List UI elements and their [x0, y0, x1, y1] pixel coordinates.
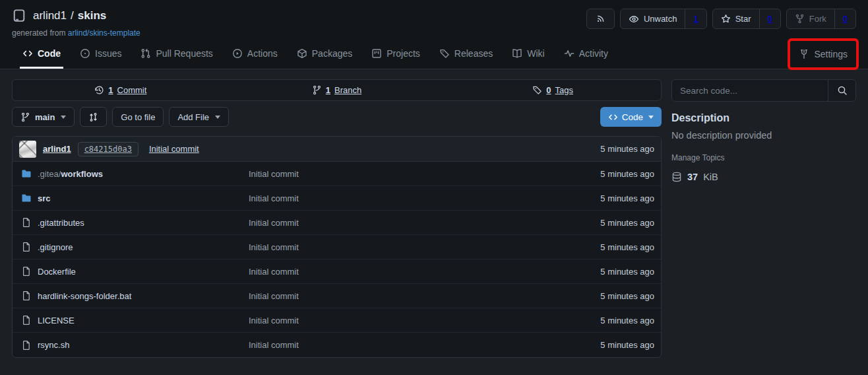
tab-actions-label: Actions — [247, 48, 278, 59]
add-file-button[interactable]: Add File — [169, 107, 229, 127]
star-button[interactable]: Star — [713, 9, 759, 28]
caret-down-icon — [215, 116, 220, 119]
table-row[interactable]: .gitattributes Initial commit 5 minutes … — [13, 211, 661, 235]
commit-author-link[interactable]: arlind1 — [43, 144, 71, 154]
table-row[interactable]: src Initial commit 5 minutes ago — [13, 186, 661, 211]
commits-count: 1 — [108, 85, 113, 95]
tab-actions[interactable]: Actions — [230, 38, 280, 69]
tab-releases-label: Releases — [454, 48, 493, 59]
description-text: No description provided — [671, 130, 856, 141]
star-group: Star 0 — [712, 9, 781, 29]
commits-stat[interactable]: 1 Commit — [13, 80, 229, 100]
stars-count[interactable]: 0 — [759, 9, 780, 28]
add-file-label: Add File — [177, 112, 209, 122]
table-row[interactable]: hardlink-songs-folder.bat Initial commit… — [13, 284, 661, 308]
repo-name-link[interactable]: skins — [78, 9, 106, 22]
fork-icon — [795, 14, 805, 24]
tab-projects[interactable]: Projects — [369, 38, 423, 69]
file-table: arlind1 c84215d0a3 Initial commit 5 minu… — [12, 136, 662, 358]
commit-hash-link[interactable]: c84215d0a3 — [78, 142, 139, 156]
file-commit-time: 5 minutes ago — [600, 291, 654, 301]
compare-icon — [88, 112, 98, 122]
gitea-repo-page: arlind1 / skins generated from arlind/sk… — [0, 0, 868, 375]
repo-breadcrumb: arlind1 / skins — [33, 9, 106, 22]
tags-label: Tags — [555, 85, 573, 95]
tab-settings[interactable]: Settings — [796, 49, 850, 59]
table-row[interactable]: .gitignore Initial commit 5 minutes ago — [13, 235, 661, 259]
book-icon — [512, 48, 522, 59]
tab-releases[interactable]: Releases — [437, 38, 495, 69]
tab-activity[interactable]: Activity — [561, 38, 611, 69]
file-icon — [21, 217, 32, 228]
code-icon — [22, 48, 33, 59]
manage-topics-link[interactable]: Manage Topics — [671, 153, 725, 162]
search-input[interactable] — [672, 80, 828, 101]
file-commit-time: 5 minutes ago — [600, 242, 654, 252]
tab-activity-label: Activity — [579, 48, 608, 59]
template-repo-link[interactable]: arlind/skins-template — [68, 28, 140, 38]
repo-owner-link[interactable]: arlind1 — [33, 9, 67, 22]
search-icon — [837, 85, 848, 96]
branches-stat[interactable]: 1 Branch — [229, 80, 445, 100]
unwatch-button[interactable]: Unwatch — [621, 9, 685, 28]
file-commit-message: Initial commit — [249, 267, 600, 277]
repo-actions: Unwatch 1 Star 0 — [586, 9, 856, 29]
generated-from-label: generated from — [12, 28, 65, 38]
commit-time: 5 minutes ago — [600, 144, 654, 154]
code-button-label: Code — [622, 112, 643, 122]
commit-message-link[interactable]: Initial commit — [149, 144, 199, 154]
file-commit-message: Initial commit — [249, 218, 600, 228]
code-download-button[interactable]: Code — [600, 107, 662, 127]
file-name: LICENSE — [38, 316, 75, 325]
table-row[interactable]: .gitea/workflows Initial commit 5 minute… — [13, 162, 661, 186]
branch-selector[interactable]: main — [12, 107, 75, 127]
breadcrumb-separator: / — [71, 9, 74, 22]
star-icon — [721, 14, 731, 24]
code-search-box — [671, 79, 856, 102]
tags-count: 0 — [546, 85, 551, 95]
table-row[interactable]: Dockerfile Initial commit 5 minutes ago — [13, 259, 661, 284]
tab-issues-label: Issues — [95, 48, 121, 59]
repo-size: 37 KiB — [671, 172, 856, 182]
file-commit-message: Initial commit — [249, 193, 600, 203]
file-name: hardlink-songs-folder.bat — [38, 291, 131, 301]
table-row[interactable]: rsync.sh Initial commit 5 minutes ago — [13, 333, 661, 357]
go-to-file-button[interactable]: Go to file — [112, 107, 164, 127]
fork-group: Fork 0 — [786, 9, 856, 29]
tab-projects-label: Projects — [387, 48, 420, 59]
tools-icon — [799, 49, 809, 59]
database-icon — [671, 172, 682, 182]
branches-label: Branch — [334, 85, 361, 95]
commits-label: Commit — [117, 85, 147, 95]
file-toolbar: main Go to file Add File — [12, 107, 662, 127]
latest-commit-row: arlind1 c84215d0a3 Initial commit 5 minu… — [13, 137, 661, 162]
tab-wiki[interactable]: Wiki — [509, 38, 547, 69]
file-icon — [21, 290, 32, 301]
issue-icon — [80, 48, 90, 59]
watchers-count[interactable]: 1 — [685, 9, 706, 28]
search-button[interactable] — [828, 80, 855, 101]
tab-packages[interactable]: Packages — [294, 38, 355, 69]
file-commit-time: 5 minutes ago — [600, 316, 654, 325]
history-icon — [94, 85, 104, 95]
fork-label: Fork — [809, 14, 826, 24]
tab-pull-requests-label: Pull Requests — [156, 48, 212, 59]
file-commit-message: Initial commit — [249, 316, 600, 325]
tab-issues[interactable]: Issues — [77, 38, 124, 69]
compare-button[interactable] — [80, 107, 107, 127]
repo-title-block: arlind1 / skins generated from arlind/sk… — [12, 9, 140, 38]
file-name: .gitattributes — [38, 218, 84, 228]
file-name: .gitignore — [38, 242, 73, 252]
forks-count[interactable]: 0 — [834, 9, 855, 28]
tab-settings-label: Settings — [814, 49, 848, 59]
avatar[interactable] — [19, 141, 36, 158]
eye-icon — [629, 14, 639, 24]
file-commit-time: 5 minutes ago — [600, 193, 654, 203]
rss-button[interactable] — [586, 9, 615, 29]
file-name: Dockerfile — [38, 267, 76, 277]
fork-button[interactable]: Fork — [787, 9, 834, 28]
tags-stat[interactable]: 0 Tags — [445, 80, 661, 100]
tab-pull-requests[interactable]: Pull Requests — [138, 38, 215, 69]
tab-code[interactable]: Code — [20, 38, 63, 69]
table-row[interactable]: LICENSE Initial commit 5 minutes ago — [13, 308, 661, 333]
